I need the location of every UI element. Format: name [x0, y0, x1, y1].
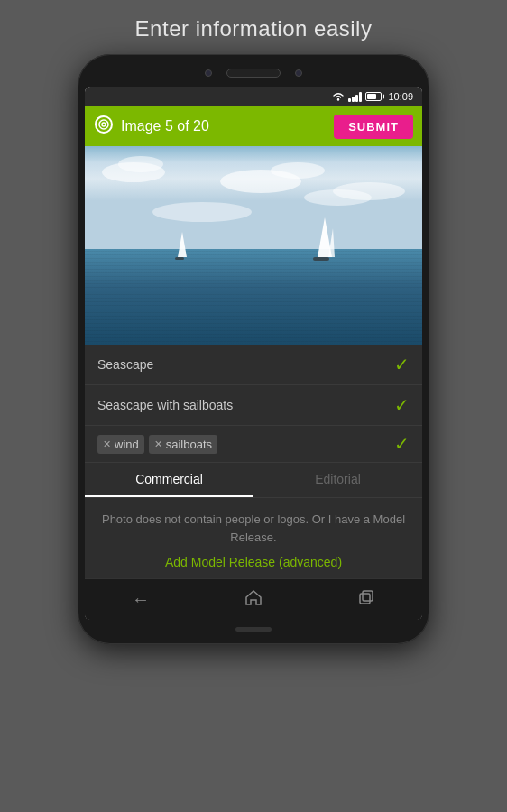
nav-back-icon[interactable]: ←	[132, 589, 150, 610]
svg-rect-5	[360, 594, 370, 604]
description-field-row[interactable]: Seascape with sailboats ✓	[85, 385, 422, 426]
release-info-area: Photo does not contain people or logos. …	[85, 498, 422, 578]
app-logo-icon	[94, 115, 114, 139]
front-sensor	[295, 69, 302, 77]
svg-point-2	[99, 120, 108, 129]
tag-sailboats[interactable]: ✕ sailboats	[149, 435, 217, 454]
header-left: Image 5 of 20	[94, 115, 209, 139]
app-header: Image 5 of 20 SUBMIT	[85, 106, 422, 146]
svg-rect-4	[363, 591, 373, 601]
tag-sailboats-label: sailboats	[166, 438, 212, 451]
release-info-text: Photo does not contain people or logos. …	[99, 511, 408, 546]
phone-top-bar	[85, 65, 422, 87]
svg-point-0	[337, 98, 339, 100]
tag-wind-close[interactable]: ✕	[103, 438, 111, 450]
home-indicator	[235, 627, 272, 632]
description-field-value: Seascape with sailboats	[97, 398, 387, 412]
add-release-link[interactable]: Add Model Release (advanced)	[99, 555, 408, 569]
tag-sailboats-close[interactable]: ✕	[154, 438, 162, 450]
photo-display	[85, 146, 422, 345]
nav-home-icon[interactable]	[244, 587, 263, 612]
tab-editorial[interactable]: Editorial	[254, 463, 422, 497]
phone-speaker	[226, 69, 281, 78]
battery-icon	[365, 92, 382, 101]
app-title: Image 5 of 20	[121, 118, 209, 134]
status-bar: 10:09	[85, 87, 422, 106]
bottom-nav: ←	[85, 578, 422, 620]
status-time: 10:09	[388, 91, 413, 102]
content-area: Seascape ✓ Seascape with sailboats ✓ ✕ w…	[85, 345, 422, 620]
wifi-icon	[332, 92, 345, 101]
phone-screen: 10:09 Image 5 of 20 SUBMIT	[85, 87, 422, 620]
tags-row: ✕ wind ✕ sailboats ✓	[85, 426, 422, 463]
tag-wind[interactable]: ✕ wind	[97, 435, 144, 454]
signal-icon	[348, 91, 362, 102]
description-check-icon: ✓	[394, 394, 410, 416]
svg-point-3	[102, 123, 106, 126]
phone-bottom-bar	[85, 620, 422, 635]
submit-button[interactable]: SUBMIT	[334, 115, 413, 139]
title-check-icon: ✓	[394, 354, 410, 375]
tag-wind-label: wind	[115, 438, 139, 451]
license-tabs: Commercial Editorial	[85, 463, 422, 498]
title-field-value: Seascape	[97, 357, 387, 372]
tab-commercial[interactable]: Commercial	[85, 463, 254, 497]
title-field-row[interactable]: Seascape ✓	[85, 345, 422, 385]
nav-recent-icon[interactable]	[357, 588, 375, 611]
tags-check-icon: ✓	[394, 433, 410, 455]
page-title: Enter information easily	[135, 0, 373, 54]
phone-device: 10:09 Image 5 of 20 SUBMIT	[78, 54, 429, 644]
front-camera	[205, 69, 212, 77]
